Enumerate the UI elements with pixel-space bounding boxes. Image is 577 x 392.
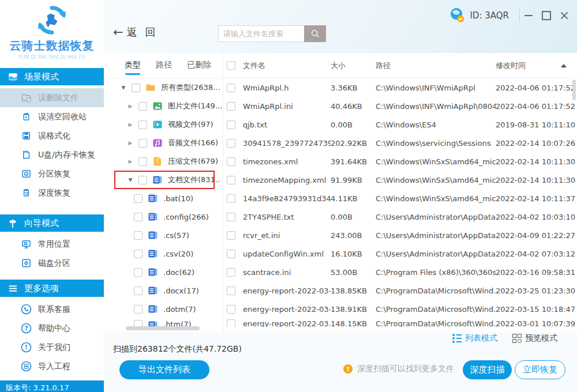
row-checkbox[interactable] <box>227 213 235 221</box>
tree-row[interactable]: 压缩文件(679) <box>104 152 223 171</box>
table-row[interactable]: 30941578_2397724739.x... 202.92KB C:\Win… <box>223 134 577 152</box>
select-all-checkbox[interactable] <box>227 61 235 70</box>
expand-arrow-icon[interactable] <box>126 122 135 127</box>
section-label: 更多选项 <box>24 283 59 294</box>
sidebar-item[interactable]: 常用位置 <box>0 235 104 254</box>
table-row[interactable]: WmiApRpl.ini 40.46KB C:\Windows\INF\WmiA… <box>223 97 577 115</box>
tree-checkbox[interactable] <box>134 287 143 295</box>
sidebar-item[interactable]: 磁盘分区 <box>0 254 104 273</box>
tree-row[interactable]: 音频文件(166) <box>104 134 223 152</box>
tree-row[interactable]: .csv(20) <box>104 244 223 263</box>
back-button[interactable]: ← 返回 <box>113 25 164 39</box>
table-row[interactable]: rcvr_et.ini 243.00B C:\Users\Administrat… <box>223 226 577 244</box>
preview-mode-button[interactable]: 预览模式 <box>512 333 557 344</box>
tree-checkbox[interactable] <box>138 102 147 111</box>
row-checkbox[interactable] <box>227 305 235 314</box>
col-path[interactable]: 路径 <box>376 61 496 71</box>
sidebar-item[interactable]: 误删除文件 <box>0 88 104 107</box>
tree-checkbox[interactable] <box>138 176 147 184</box>
row-checkbox[interactable] <box>227 194 235 203</box>
section-header-wizard-mode[interactable]: 向导模式 <box>0 214 104 232</box>
sidebar-item[interactable]: 帮助中心 <box>0 319 104 338</box>
table-row[interactable]: timezoneMapping.xml 91.99KB C:\Windows\W… <box>223 171 577 189</box>
tab-path[interactable]: 路径 <box>156 60 172 71</box>
table-row[interactable]: timezones.xml 391.64KB C:\Windows\WinSxS… <box>223 152 577 171</box>
tree-checkbox[interactable] <box>138 139 147 148</box>
sidebar-item[interactable]: 误格式化 <box>0 126 104 145</box>
row-checkbox[interactable] <box>227 84 235 92</box>
tree-row[interactable]: 所有类型(2638... <box>104 78 223 97</box>
tree-row[interactable]: 图片文件(149... <box>104 97 223 115</box>
row-checkbox[interactable] <box>227 139 235 148</box>
expand-arrow-icon[interactable] <box>126 177 135 183</box>
sidebar-item[interactable]: 关于我们 <box>0 338 104 357</box>
tree-row[interactable]: 视频文件(97) <box>104 115 223 134</box>
tree-checkbox[interactable] <box>138 120 147 129</box>
row-checkbox[interactable] <box>227 268 235 277</box>
table-vertical-scrollbar[interactable] <box>572 80 576 100</box>
list-mode-button[interactable]: 列表模式 <box>452 333 497 344</box>
tree-checkbox[interactable] <box>132 84 140 92</box>
row-checkbox[interactable] <box>227 120 235 129</box>
tree-horizontal-scrollbar[interactable] <box>126 326 200 330</box>
row-checkbox[interactable] <box>227 176 235 184</box>
tree-checkbox[interactable] <box>134 268 143 277</box>
row-checkbox[interactable] <box>227 287 235 295</box>
sidebar-item[interactable]: 联系客服 <box>0 300 104 319</box>
sidebar-item[interactable]: 分区恢复 <box>0 164 104 183</box>
table-row[interactable]: energy-report-2022-03... 148.15KB C:\Pro… <box>223 318 577 327</box>
tree-checkbox[interactable] <box>138 157 147 166</box>
row-checkbox[interactable] <box>227 250 235 258</box>
tree-checkbox[interactable] <box>134 305 143 314</box>
table-row[interactable]: energy-report-2022-03-... 138.91KB C:\Pr… <box>223 300 577 318</box>
expand-arrow-icon[interactable] <box>126 103 135 109</box>
export-file-list-button[interactable]: 导出文件列表 <box>119 360 209 379</box>
col-size[interactable]: 大小 <box>331 61 376 71</box>
cell-size: 243.00B <box>331 231 376 240</box>
row-checkbox[interactable] <box>227 102 235 111</box>
table-row[interactable]: updateConfigWin.xml 16.10KB C:\Users\Adm… <box>223 244 577 263</box>
table-row[interactable]: scantrace.ini 53.00B C:\Program Files (x… <box>223 263 577 281</box>
expand-arrow-icon[interactable] <box>126 159 135 164</box>
table-row[interactable]: energy-report-2022-03-... 138.85KB C:\Pr… <box>223 281 577 300</box>
tree-checkbox[interactable] <box>134 231 143 240</box>
sort-asc-icon[interactable] <box>561 64 567 67</box>
search-button[interactable] <box>304 25 326 42</box>
tree-checkbox[interactable] <box>134 213 143 221</box>
maximize-button[interactable] <box>539 9 553 22</box>
tree-row[interactable]: .doc(62) <box>104 263 223 281</box>
sidebar-item[interactable]: 误清空回收站 <box>0 107 104 126</box>
tree-checkbox[interactable] <box>134 194 143 203</box>
sidebar-item[interactable]: 导入工程 <box>0 357 104 376</box>
sidebar-item[interactable]: 深度恢复 <box>0 183 104 202</box>
recover-now-button[interactable]: 立即恢复 <box>515 360 565 379</box>
tree-row[interactable]: .bat(10) <box>104 189 223 208</box>
deep-scan-button[interactable]: 深度扫描 <box>463 360 512 379</box>
search-input[interactable] <box>218 25 304 42</box>
tree-checkbox[interactable] <box>134 250 143 258</box>
section-header-more-options[interactable]: 更多选项 <box>0 280 104 297</box>
table-row[interactable]: 2TY4SPHE.txt 0.00B C:\Users\Administrato… <box>223 208 577 226</box>
tree-row[interactable]: .cs(57) <box>104 226 223 244</box>
tree-row[interactable]: 文档文件(831.. <box>104 171 223 189</box>
tree-row[interactable]: .dotm(7) <box>104 300 223 318</box>
table-row[interactable]: WmiApRpl.h 3.36KB C:\Windows\INF\WmiApRp… <box>223 78 577 97</box>
tree-row[interactable]: .docx(17) <box>104 281 223 300</box>
tab-deleted[interactable]: 已删除 <box>187 60 211 71</box>
cell-size: 3.36KB <box>331 84 376 92</box>
table-row[interactable]: 14a3f9e824793931d34f... 4.11KB C:\Window… <box>223 189 577 208</box>
close-button[interactable] <box>557 9 571 22</box>
expand-arrow-icon[interactable] <box>119 85 128 91</box>
row-checkbox[interactable] <box>227 319 235 327</box>
table-row[interactable]: qjb.txt 0.00B C:\Windows\ES4 2019-08-31 … <box>223 115 577 134</box>
row-checkbox[interactable] <box>227 157 235 166</box>
section-header-scene-mode[interactable]: 场景模式 <box>0 68 104 85</box>
sidebar-item[interactable]: U盘/内存卡恢复 <box>0 145 104 164</box>
col-filename[interactable]: 文件名 <box>243 61 331 71</box>
tab-type[interactable]: 类型 <box>125 60 141 71</box>
minimize-button[interactable] <box>522 9 535 22</box>
row-checkbox[interactable] <box>227 231 235 240</box>
expand-arrow-icon[interactable] <box>126 140 135 146</box>
tree-row[interactable]: .config(266) <box>104 208 223 226</box>
tree-label: 所有类型(2638... <box>161 82 220 93</box>
